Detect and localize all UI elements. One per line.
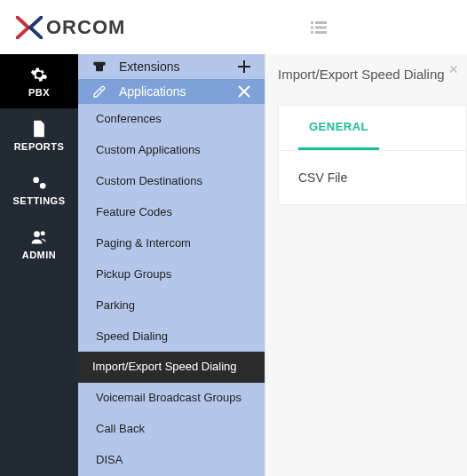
tabs: GENERAL <box>279 106 466 151</box>
submenu-item-paging-intercom[interactable]: Paging & Intercom <box>78 228 265 259</box>
panel-section-extensions[interactable]: Extensions <box>78 54 265 79</box>
svg-point-6 <box>33 177 39 183</box>
submenu-item-conferences[interactable]: Conferences <box>78 104 265 135</box>
brand-name: ORCOM <box>43 16 125 39</box>
svg-point-8 <box>34 231 40 237</box>
app-header: ORCOM <box>0 0 467 54</box>
nav-label: PBX <box>28 87 50 98</box>
settings-card: GENERAL CSV File <box>278 105 467 205</box>
submenu-item-import-export-speed-dialing[interactable]: Import/Export Speed Dialing <box>78 352 265 383</box>
svg-point-9 <box>41 231 45 235</box>
nav-label: ADMIN <box>22 250 57 260</box>
logo-mark-icon <box>16 16 43 39</box>
primary-nav: PBX REPORTS SETTINGS ADMIN <box>0 54 78 476</box>
phone-icon <box>92 60 107 74</box>
gears-icon <box>30 174 48 192</box>
submenu-item-speed-dialing[interactable]: Speed Dialing <box>78 321 265 353</box>
applications-submenu: Conferences Custom Applications Custom D… <box>78 104 265 476</box>
svg-rect-1 <box>315 21 327 24</box>
svg-rect-2 <box>311 26 313 28</box>
nav-item-reports[interactable]: REPORTS <box>0 108 78 163</box>
tab-general[interactable]: GENERAL <box>298 106 379 150</box>
gear-icon <box>30 66 48 83</box>
content-area: × Import/Export Speed Dialing GENERAL CS… <box>265 54 467 476</box>
submenu-item-call-back[interactable]: Call Back <box>78 414 265 445</box>
svg-point-7 <box>40 183 46 189</box>
submenu-item-pickup-groups[interactable]: Pickup Groups <box>78 259 265 290</box>
panel-section-applications[interactable]: Applications <box>78 79 265 104</box>
field-label-csv: CSV File <box>298 171 347 185</box>
svg-rect-4 <box>311 31 313 34</box>
svg-rect-3 <box>315 26 327 28</box>
submenu-item-parking[interactable]: Parking <box>78 290 265 321</box>
close-icon[interactable] <box>238 85 250 98</box>
edit-icon <box>92 84 107 99</box>
svg-rect-0 <box>311 21 313 24</box>
nav-item-settings[interactable]: SETTINGS <box>0 163 78 217</box>
svg-rect-5 <box>315 31 327 34</box>
field-row-csv: CSV File <box>298 171 447 185</box>
nav-label: REPORTS <box>14 141 65 152</box>
nav-item-pbx[interactable]: PBX <box>0 54 78 108</box>
brand-logo: ORCOM <box>16 16 125 39</box>
panel-label: Extensions <box>119 60 226 74</box>
close-panel-icon[interactable]: × <box>448 61 458 77</box>
panel-label: Applications <box>119 84 226 99</box>
users-icon <box>30 228 48 246</box>
page-title: Import/Export Speed Dialing <box>278 67 467 82</box>
submenu-item-custom-destinations[interactable]: Custom Destinations <box>78 166 265 197</box>
nav-item-admin[interactable]: ADMIN <box>0 217 78 271</box>
submenu-item-feature-codes[interactable]: Feature Codes <box>78 197 265 228</box>
document-icon <box>30 120 48 138</box>
submenu-item-custom-applications[interactable]: Custom Applications <box>78 135 265 166</box>
plus-icon[interactable] <box>238 60 250 73</box>
submenu-item-disa[interactable]: DISA <box>78 445 265 476</box>
secondary-panel: Extensions Applications Conferences Cust… <box>78 54 265 476</box>
nav-label: SETTINGS <box>12 195 65 206</box>
submenu-item-voicemail-broadcast-groups[interactable]: Voicemail Broadcast Groups <box>78 383 265 414</box>
list-view-icon[interactable] <box>311 21 327 34</box>
